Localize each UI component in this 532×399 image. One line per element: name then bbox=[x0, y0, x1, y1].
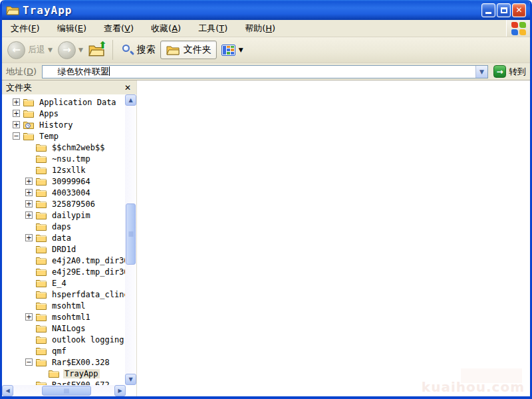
horizontal-scrollbar[interactable]: ◀ ▶ bbox=[2, 385, 126, 396]
toolbar-separator bbox=[112, 40, 113, 60]
menu-item-查看[interactable]: 查看(V) bbox=[95, 20, 142, 37]
tree-item-temp[interactable]: −Temp bbox=[2, 130, 125, 142]
explorer-window: TrayApp ✕ 文件(F)编辑(E)查看(V)收藏(A)工具(T)帮助(H)… bbox=[0, 0, 532, 399]
folder-icon bbox=[36, 222, 47, 231]
maximize-icon bbox=[501, 7, 507, 13]
folder-icon bbox=[36, 166, 47, 174]
minimize-icon bbox=[485, 12, 491, 14]
scroll-down-button[interactable]: ▼ bbox=[125, 374, 136, 385]
tree-item-nailogs[interactable]: NAILogs bbox=[2, 323, 125, 334]
folder-icon bbox=[36, 256, 47, 265]
menu-item-工具[interactable]: 工具(T) bbox=[190, 20, 236, 37]
tree-item-dailypim[interactable]: +dailypim bbox=[2, 209, 125, 221]
window-title: TrayApp bbox=[23, 4, 481, 17]
tree-item-30999964[interactable]: +30999964 bbox=[2, 176, 125, 187]
tree-item-e-4[interactable]: E_4 bbox=[2, 277, 125, 289]
tree-item-hsperfdata-clinc[interactable]: hsperfdata_clinc bbox=[2, 289, 125, 300]
folder-icon bbox=[36, 143, 47, 152]
menu-item-文件[interactable]: 文件(F) bbox=[2, 20, 49, 37]
tree-item-qmf[interactable]: qmf bbox=[2, 345, 125, 356]
tree-item-label: Temp bbox=[38, 132, 60, 141]
tree-item-msohtml[interactable]: msohtml bbox=[2, 300, 125, 311]
collapse-icon[interactable]: − bbox=[25, 358, 33, 366]
address-dropdown-button[interactable]: ▼ bbox=[475, 66, 487, 78]
tree-item-nsu-tmp[interactable]: ~nsu.tmp bbox=[2, 153, 125, 164]
expand-icon[interactable]: + bbox=[13, 98, 20, 106]
tree-item-outlook-logging[interactable]: outlook logging bbox=[2, 334, 125, 345]
minimize-button[interactable] bbox=[481, 3, 495, 17]
tree-item-data[interactable]: +data bbox=[2, 232, 125, 243]
tree-item-40033004[interactable]: +40033004 bbox=[2, 187, 125, 198]
views-icon bbox=[221, 45, 235, 56]
expand-icon[interactable]: + bbox=[13, 121, 20, 128]
tree-item-12sxllk[interactable]: 12sxllk bbox=[2, 164, 125, 176]
folders-panel-title: 文件夹 bbox=[6, 82, 123, 94]
expand-icon[interactable]: + bbox=[25, 211, 33, 219]
collapse-icon[interactable]: − bbox=[13, 132, 20, 140]
horizontal-scroll-thumb[interactable] bbox=[42, 386, 91, 396]
tree-item-325879506[interactable]: +325879506 bbox=[2, 198, 125, 209]
tree-item-msohtml1[interactable]: +msohtml1 bbox=[2, 311, 125, 323]
search-icon bbox=[122, 44, 134, 56]
scroll-left-button[interactable]: ◀ bbox=[2, 385, 13, 396]
close-button[interactable]: ✕ bbox=[512, 3, 526, 17]
folder-icon bbox=[23, 98, 35, 106]
folder-icon bbox=[23, 132, 35, 140]
tree-item-label: NAILogs bbox=[51, 324, 87, 333]
tree-item-label: E_4 bbox=[51, 279, 68, 288]
maximize-button[interactable] bbox=[497, 3, 511, 17]
menu-item-编辑[interactable]: 编辑(E) bbox=[49, 20, 95, 37]
tree-item-rar-ex00-672[interactable]: Rar$EX00.672 bbox=[2, 379, 125, 385]
forward-button[interactable]: → ▼ bbox=[55, 40, 86, 61]
tree-item-label: 12sxllk bbox=[51, 166, 87, 175]
tree-item-trayapp[interactable]: TrayApp bbox=[2, 368, 125, 379]
views-button[interactable]: ▼ bbox=[217, 42, 248, 59]
expand-icon[interactable]: + bbox=[25, 234, 33, 241]
tree-item-application-data[interactable]: +Application Data bbox=[2, 96, 125, 108]
expand-icon[interactable]: + bbox=[13, 110, 20, 117]
tree-item-label: History bbox=[38, 120, 74, 130]
folder-icon bbox=[36, 324, 47, 332]
tree-item-chm2web[interactable]: $$chm2web$$ bbox=[2, 142, 125, 153]
scroll-up-button[interactable]: ▲ bbox=[125, 94, 136, 106]
back-dropdown-icon[interactable]: ▼ bbox=[48, 47, 53, 53]
go-button[interactable]: → 转到 bbox=[493, 65, 526, 78]
watermark-text: kuaihou.com bbox=[422, 379, 525, 395]
search-button[interactable]: 搜索 bbox=[117, 41, 160, 59]
tree-item-label: Application Data bbox=[38, 98, 118, 107]
panel-close-button[interactable]: ✕ bbox=[123, 83, 132, 92]
tree-item-drd1d[interactable]: DRD1d bbox=[2, 243, 125, 255]
tree-item-daps[interactable]: daps bbox=[2, 221, 125, 232]
tree-item-e4j2a0-tmp-dir30[interactable]: e4j2A0.tmp_dir30 bbox=[2, 255, 125, 266]
address-input[interactable]: 绿色软件联盟 bbox=[43, 66, 475, 78]
search-label: 搜索 bbox=[137, 44, 156, 56]
tree-item-history[interactable]: +History bbox=[2, 119, 125, 130]
folders-button[interactable]: 文件夹 bbox=[160, 41, 217, 59]
expand-icon[interactable]: + bbox=[25, 178, 33, 185]
scroll-right-button[interactable]: ▶ bbox=[114, 385, 126, 396]
views-dropdown-icon[interactable]: ▼ bbox=[239, 47, 243, 53]
tree-item-e4j29e-tmp-dir30[interactable]: e4j29E.tmp_dir30 bbox=[2, 266, 125, 277]
tree-item-label: Rar$EX00.672 bbox=[51, 380, 111, 386]
menu-item-帮助[interactable]: 帮助(H) bbox=[236, 20, 284, 37]
go-arrow-icon: → bbox=[493, 65, 506, 78]
folder-icon bbox=[36, 380, 47, 385]
vertical-scrollbar[interactable]: ▲ ▼ bbox=[125, 94, 136, 385]
up-button[interactable]: ⬆ bbox=[86, 41, 108, 59]
expand-icon[interactable]: + bbox=[25, 313, 33, 321]
vertical-scroll-thumb[interactable] bbox=[126, 203, 136, 265]
text-cursor bbox=[109, 66, 110, 76]
back-button[interactable]: ← 后退 ▼ bbox=[5, 40, 55, 61]
forward-dropdown-icon[interactable]: ▼ bbox=[78, 47, 83, 53]
tree-item-apps[interactable]: +Apps bbox=[2, 108, 125, 119]
go-label: 转到 bbox=[509, 66, 526, 78]
folder-icon bbox=[36, 301, 47, 310]
expand-icon[interactable]: + bbox=[25, 189, 33, 196]
expand-icon[interactable]: + bbox=[25, 200, 33, 207]
folder-icon bbox=[36, 188, 47, 197]
menu-item-收藏[interactable]: 收藏(A) bbox=[142, 20, 190, 37]
tree-item-rar-ex00-328[interactable]: −Rar$EX00.328 bbox=[2, 356, 125, 368]
address-combobox[interactable]: 绿色软件联盟 ▼ bbox=[42, 65, 488, 78]
folder-icon bbox=[36, 233, 47, 242]
file-list-area[interactable]: kuaihou.com bbox=[137, 80, 530, 396]
